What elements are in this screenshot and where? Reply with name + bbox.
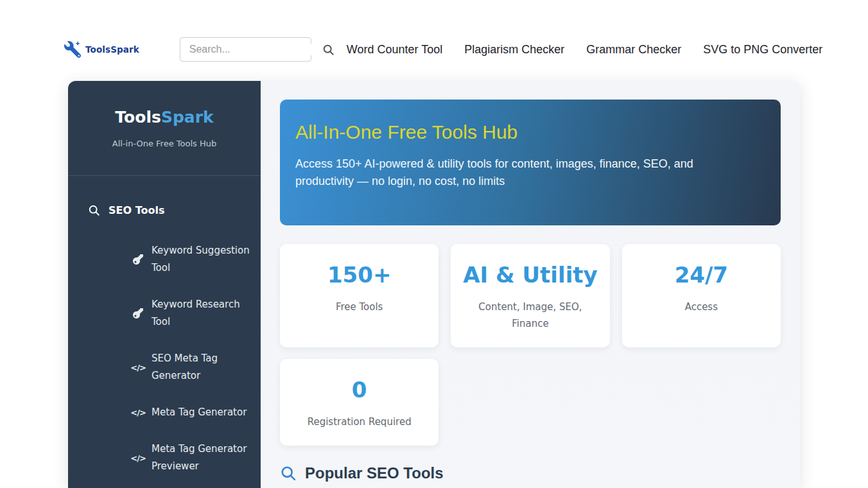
- stat-card-ai-utility: AI & Utility Content, Image, SEO, Financ…: [451, 244, 609, 347]
- logo-text: ToolsSpark: [85, 44, 139, 55]
- site-logo[interactable]: ToolsSpark: [64, 41, 139, 58]
- popular-section-title: Popular SEO Tools: [305, 464, 444, 482]
- search-icon[interactable]: [322, 44, 334, 56]
- stat-card-registration: 0 Registration Required: [280, 359, 438, 446]
- sidebar-brand: ToolsSpark All-in-One Free Tools Hub: [68, 81, 261, 176]
- sidebar-section-seo-tools: SEO Tools: [68, 176, 261, 216]
- sidebar-item-seo-meta-tag-generator[interactable]: </> SEO Meta Tag Generator: [68, 342, 261, 392]
- sidebar-item-keyword-research-tool[interactable]: Keyword Research Tool: [68, 288, 261, 338]
- key-icon: [132, 308, 144, 318]
- stat-card-access: 24/7 Access: [622, 244, 781, 347]
- nav-link-word-counter[interactable]: Word Counter Tool: [347, 43, 442, 57]
- sidebar-tool-list: Keyword Suggestion Tool Keyword Research…: [68, 234, 261, 483]
- wrench-spark-logo-icon: [64, 41, 81, 58]
- key-icon: [132, 254, 144, 265]
- sidebar-item-label: Keyword Research Tool: [152, 296, 252, 331]
- stat-label: Access: [631, 299, 772, 315]
- top-header: ToolsSpark Word Counter Tool Plagiarism …: [0, 0, 868, 81]
- hero-description: Access 150+ AI-powered & utility tools f…: [295, 155, 742, 190]
- nav-link-grammar-checker[interactable]: Grammar Checker: [586, 43, 681, 57]
- sidebar-item-label: Keyword Suggestion Tool: [152, 242, 252, 277]
- sidebar-section-title: SEO Tools: [108, 204, 164, 216]
- magnifier-icon: [88, 204, 100, 216]
- header-search-box[interactable]: [180, 37, 311, 62]
- popular-seo-tools-header: Popular SEO Tools: [280, 464, 781, 482]
- stats-grid: 150+ Free Tools AI & Utility Content, Im…: [280, 244, 781, 446]
- hero-banner: All-In-One Free Tools Hub Access 150+ AI…: [280, 100, 781, 225]
- sidebar-item-keyword-suggestion-tool[interactable]: Keyword Suggestion Tool: [68, 234, 261, 284]
- code-icon: </>: [132, 408, 144, 417]
- stat-label: Content, Image, SEO, Finance: [460, 299, 600, 332]
- sidebar: ToolsSpark All-in-One Free Tools Hub SEO…: [68, 81, 261, 488]
- content-shell: ToolsSpark All-in-One Free Tools Hub SEO…: [68, 81, 800, 488]
- brand-title-accent: Spark: [161, 108, 214, 126]
- sidebar-item-label: Meta Tag Generator Previewer: [152, 440, 252, 475]
- stat-value: 24/7: [631, 263, 772, 286]
- stat-value: AI & Utility: [460, 263, 600, 286]
- magnifier-icon: [280, 465, 297, 482]
- hero-title: All-In-One Free Tools Hub: [295, 121, 765, 144]
- stat-label: Registration Required: [289, 414, 430, 430]
- sidebar-tagline: All-in-One Free Tools Hub: [81, 138, 248, 150]
- sidebar-item-meta-tag-generator-previewer[interactable]: </> Meta Tag Generator Previewer: [68, 433, 261, 483]
- main-content: All-In-One Free Tools Hub Access 150+ AI…: [261, 81, 800, 488]
- stat-value: 0: [289, 378, 430, 401]
- sidebar-item-label: Meta Tag Generator: [152, 404, 252, 421]
- stat-value: 150+: [289, 263, 430, 286]
- brand-title-primary: Tools: [115, 108, 161, 126]
- nav-link-plagiarism-checker[interactable]: Plagiarism Checker: [464, 43, 564, 57]
- stat-label: Free Tools: [289, 299, 430, 315]
- top-navigation: Word Counter Tool Plagiarism Checker Gra…: [347, 43, 823, 57]
- search-input[interactable]: [189, 44, 322, 55]
- stat-card-free-tools: 150+ Free Tools: [280, 244, 438, 347]
- code-icon: </>: [132, 453, 144, 463]
- sidebar-item-meta-tag-generator[interactable]: </> Meta Tag Generator: [68, 396, 261, 429]
- code-icon: </>: [132, 363, 144, 372]
- sidebar-brand-title: ToolsSpark: [81, 108, 248, 127]
- nav-link-svg-to-png[interactable]: SVG to PNG Converter: [703, 43, 822, 57]
- sidebar-item-label: SEO Meta Tag Generator: [152, 350, 252, 385]
